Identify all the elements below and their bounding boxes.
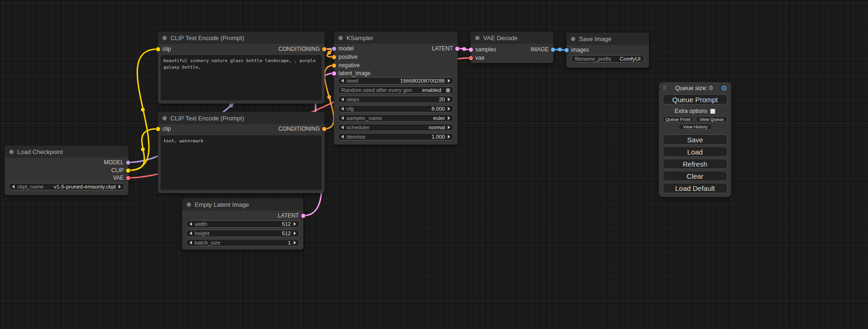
queue-menu-panel[interactable]: ⠿ Queue size: 0 ⚙ Queue Prompt Extra opt…: [659, 82, 731, 197]
node-title-bar[interactable]: VAE Decode: [471, 32, 553, 44]
increment-arrow-icon[interactable]: [448, 79, 450, 83]
decrement-arrow-icon[interactable]: [12, 185, 14, 189]
widget-value: normal: [429, 125, 445, 130]
node-title-bar[interactable]: KSampler: [334, 32, 458, 44]
widget-label: filename_prefix: [575, 56, 611, 62]
output-slot-vae: VAE: [113, 174, 130, 182]
clip-output-port[interactable]: [126, 168, 130, 173]
prompt-textarea[interactable]: beautiful scenery nature glass bottle la…: [161, 55, 322, 100]
view-queue-button[interactable]: View Queue: [696, 116, 727, 122]
width-widget[interactable]: width 512: [186, 220, 300, 228]
latent-image-input-port[interactable]: [332, 71, 336, 76]
refresh-button[interactable]: Refresh: [663, 159, 727, 169]
positive-input-port[interactable]: [332, 55, 336, 59]
height-widget[interactable]: height 512: [186, 230, 300, 237]
increment-arrow-icon[interactable]: [448, 107, 450, 111]
node-title-bar[interactable]: Empty Latent Image: [182, 198, 303, 210]
widget-value: enabled: [422, 87, 441, 93]
batch-size-widget[interactable]: batch_size 1: [186, 239, 300, 246]
wire-clip-to-negative: [128, 129, 158, 170]
node-clip-text-encode-positive[interactable]: CLIP Text Encode (Prompt) clip CONDITION…: [158, 32, 325, 104]
clip-input-port[interactable]: [156, 47, 160, 51]
view-history-button[interactable]: View History: [678, 124, 712, 130]
decrement-arrow-icon[interactable]: [341, 107, 344, 111]
node-ksampler[interactable]: KSampler model LATENT positive negative …: [334, 32, 458, 145]
conditioning-output-port[interactable]: [322, 47, 326, 51]
negative-input-port[interactable]: [332, 63, 336, 68]
increment-arrow-icon[interactable]: [448, 135, 450, 139]
widget-label: batch_size: [195, 240, 220, 245]
denoise-widget[interactable]: denoise 1.000: [338, 133, 454, 140]
node-title-bar[interactable]: CLIP Text Encode (Prompt): [158, 112, 325, 124]
decrement-arrow-icon[interactable]: [190, 241, 192, 245]
samples-input-port[interactable]: [469, 48, 473, 52]
node-title-bar[interactable]: CLIP Text Encode (Prompt): [158, 32, 325, 44]
prompt-textarea[interactable]: text, watermark: [161, 135, 322, 190]
node-collapse-dot-icon[interactable]: [571, 37, 575, 41]
drag-handle-icon[interactable]: ⠿: [663, 85, 667, 91]
load-button[interactable]: Load: [663, 147, 727, 157]
latent-output-port[interactable]: [455, 47, 459, 51]
ckpt-name-widget[interactable]: ckpt_name v1-5-pruned-emaonly.ckpt: [8, 183, 125, 190]
decrement-arrow-icon[interactable]: [341, 135, 344, 139]
node-clip-text-encode-negative[interactable]: CLIP Text Encode (Prompt) clip CONDITION…: [158, 112, 325, 193]
link-dot-cond-positive-icon: [327, 51, 331, 55]
queue-front-button[interactable]: Queue Front: [663, 116, 693, 122]
node-collapse-dot-icon[interactable]: [162, 36, 167, 40]
images-input-port[interactable]: [565, 48, 569, 52]
vae-output-port[interactable]: [126, 176, 130, 180]
link-dot-cond-negative-icon: [327, 95, 331, 99]
output-slot-model: MODEL: [104, 159, 130, 166]
settings-gear-icon[interactable]: ⚙: [721, 84, 727, 91]
decrement-arrow-icon[interactable]: [341, 116, 344, 120]
clip-input-port[interactable]: [156, 127, 160, 131]
decrement-arrow-icon[interactable]: [341, 126, 344, 129]
conditioning-output-port[interactable]: [322, 127, 326, 131]
save-button[interactable]: Save: [663, 134, 727, 145]
input-label: latent_image: [339, 70, 371, 77]
node-empty-latent-image[interactable]: Empty Latent Image LATENT width 512 heig…: [182, 198, 303, 250]
decrement-arrow-icon[interactable]: [190, 222, 192, 226]
node-collapse-dot-icon[interactable]: [339, 36, 343, 40]
increment-arrow-icon[interactable]: [119, 185, 121, 189]
clear-button[interactable]: Clear: [663, 171, 727, 181]
random-seed-toggle-widget[interactable]: Random seed after every gen enabled: [338, 86, 454, 94]
node-title-bar[interactable]: Load Checkpoint: [5, 146, 128, 158]
load-default-button[interactable]: Load Default: [663, 183, 727, 193]
input-slot-images: images: [565, 46, 589, 54]
scheduler-widget[interactable]: scheduler normal: [338, 124, 454, 131]
node-load-checkpoint[interactable]: Load Checkpoint MODEL CLIP VAE ckpt_name…: [5, 146, 128, 195]
increment-arrow-icon[interactable]: [294, 241, 296, 245]
increment-arrow-icon[interactable]: [294, 222, 296, 226]
model-input-port[interactable]: [332, 47, 336, 51]
vae-input-port[interactable]: [469, 56, 473, 60]
output-slot-latent: LATENT: [432, 45, 459, 52]
node-collapse-dot-icon[interactable]: [162, 116, 167, 120]
increment-arrow-icon[interactable]: [294, 231, 296, 235]
node-title-bar[interactable]: Save Image: [566, 33, 649, 45]
node-collapse-dot-icon[interactable]: [9, 150, 14, 154]
increment-arrow-icon[interactable]: [448, 98, 450, 101]
widget-value: 512: [282, 221, 291, 227]
node-collapse-dot-icon[interactable]: [475, 36, 480, 40]
filename-prefix-widget[interactable]: filename_prefix ComfyUI: [571, 55, 644, 63]
latent-output-port[interactable]: [301, 214, 305, 218]
decrement-arrow-icon[interactable]: [341, 79, 344, 83]
queue-prompt-button[interactable]: Queue Prompt: [663, 94, 727, 105]
extra-options-checkbox[interactable]: [710, 109, 715, 114]
increment-arrow-icon[interactable]: [448, 116, 450, 120]
image-output-port[interactable]: [551, 48, 555, 52]
seed-widget[interactable]: seed 156680208700286: [338, 77, 454, 84]
node-save-image[interactable]: Save Image images filename_prefix ComfyU…: [566, 33, 649, 68]
node-collapse-dot-icon[interactable]: [187, 203, 191, 207]
node-vae-decode[interactable]: VAE Decode samples IMAGE vae: [471, 32, 553, 63]
output-label: CONDITIONING: [278, 126, 320, 132]
model-output-port[interactable]: [126, 161, 130, 165]
increment-arrow-icon[interactable]: [448, 126, 450, 129]
node-graph-canvas[interactable]: Load Checkpoint MODEL CLIP VAE ckpt_name…: [0, 0, 868, 329]
decrement-arrow-icon[interactable]: [190, 231, 192, 235]
sampler-name-widget[interactable]: sampler_name euler: [338, 114, 454, 122]
steps-widget[interactable]: steps 20: [338, 96, 454, 103]
cfg-widget[interactable]: cfg 8.000: [338, 105, 454, 112]
decrement-arrow-icon[interactable]: [341, 98, 344, 101]
